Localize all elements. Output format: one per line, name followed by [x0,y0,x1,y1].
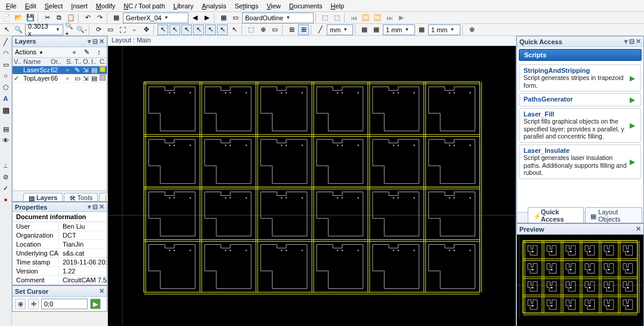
minimize-icon[interactable]: ⊟ [629,38,634,45]
poly-tool-icon[interactable]: ⬠ [1,82,11,92]
zoom-out-icon[interactable]: 🔍- [76,24,87,35]
property-row[interactable]: Version1.22 [13,267,107,276]
text-tool-icon[interactable]: A [1,94,11,103]
pin-icon[interactable]: ▾ [88,38,91,45]
layer-sel-icon[interactable]: ▫ [65,75,73,82]
layer-order-icon[interactable]: ↕ [94,47,104,57]
minimize-icon[interactable]: ⊟ [92,203,98,211]
play-icon[interactable]: ▶ [630,96,637,104]
play-icon[interactable]: ▶ [630,74,637,82]
layers-columns[interactable]: V..Name Or..S.. T..O.. I..C.. [13,58,107,66]
preview-header[interactable]: Preview ✕ [517,224,643,235]
arc-tool-icon[interactable]: ◠ [1,48,11,58]
layer-sel-icon[interactable]: ▫ [65,66,73,73]
layer-type-icon[interactable]: ✎ [73,66,82,74]
menu-help[interactable]: Help [327,1,348,11]
cursor-5-icon[interactable]: ↖ [205,24,216,35]
visible-icon[interactable] [14,75,19,82]
menu-view[interactable]: View [263,1,284,11]
property-row[interactable]: LocationTianJin [13,240,107,249]
step-prev-icon[interactable]: ⏪ [360,13,371,23]
layer-type-icon[interactable]: ▭ [73,75,82,82]
property-row[interactable]: CommentCircuitCAM 7.5.2... [13,276,107,285]
cursor-1-icon[interactable]: ↖ [157,24,168,35]
ruler-icon[interactable]: ⟂ [1,161,11,170]
target-icon[interactable]: ⊕ [466,24,477,35]
menu-select[interactable]: Select [41,1,67,11]
cursor-6-icon[interactable]: ↖ [217,24,228,35]
menu-modify[interactable]: Modify [92,1,119,11]
close-icon[interactable]: ✕ [636,38,641,45]
record-icon[interactable]: ● [1,195,11,204]
script-link[interactable]: Laser_Fill [524,110,627,118]
play-icon[interactable]: ▶ [630,158,637,166]
nav-next-icon[interactable]: ▶ [202,13,212,23]
sel-rect-icon[interactable]: ▭ [270,24,280,35]
menu-settings[interactable]: Settings [231,1,262,11]
property-row[interactable]: UserBen Liu [13,222,107,231]
property-row[interactable]: OrganizationDCT [13,231,107,240]
undo-icon[interactable]: ↶ [82,13,93,23]
zoom-combo[interactable]: 0.3013 x ▼ [25,24,63,35]
pin-icon[interactable]: ▾ [624,38,628,45]
step-next-icon[interactable]: ⏩ [372,13,383,23]
menu-file[interactable]: File [2,1,20,11]
eye-icon[interactable]: 👁 [1,136,11,145]
menu-edit[interactable]: Edit [21,1,40,11]
zoom-in-icon[interactable]: 🔍+ [64,24,75,35]
step-last-icon[interactable]: ⏭ [384,13,395,23]
snap-icon[interactable]: ⊞ [286,24,297,35]
play-icon[interactable]: ▶ [630,121,637,130]
zoom-fit-icon[interactable]: ⛶ [117,24,128,35]
ok-tool-icon[interactable]: ✓ [1,183,11,193]
zoom-box-icon[interactable]: ▫ [129,24,140,35]
menu-documents[interactable]: Documents [286,1,326,11]
menu-analysis[interactable]: Analysis [198,1,230,11]
script-item[interactable]: StripingAndStrippingScript generates str… [519,64,641,91]
close-icon[interactable]: ✕ [636,225,641,233]
grid-a-combo[interactable]: 1 mm ▼ [383,24,415,35]
layer-set-icon[interactable]: ▤ [1,124,11,134]
visible-icon[interactable] [14,66,19,73]
properties-panel-header[interactable]: Properties ▾ ⊟ ✕ [13,202,107,212]
grid-b-icon[interactable]: ▦ [416,24,427,35]
tab-tools[interactable]: 🛠Tools [64,193,98,201]
property-row[interactable]: Time stamp2019-11-06 20:0... [13,258,107,267]
menu-nc[interactable]: NC / Tool path [120,1,169,11]
tab-layers[interactable]: ▤Layers [23,193,63,201]
layers-actions-menu[interactable]: Actions▼ [15,48,44,56]
cursor-go-icon[interactable]: ▶ [90,299,101,309]
script-link[interactable]: Laser_Insulate [524,147,627,154]
new-icon[interactable]: 📄 [1,13,12,23]
script-link[interactable]: StripingAndStripping [524,67,627,74]
layout-viewport[interactable] [108,46,516,326]
cursor-4-icon[interactable]: ↖ [193,24,204,35]
layer-swatch[interactable] [100,75,106,81]
tab-quick-access[interactable]: ⚡Quick Access [528,207,584,223]
step-first-icon[interactable]: ⏮ [348,13,359,23]
set-cursor-header[interactable]: Set Cursor ✕ [13,286,107,297]
unit-combo[interactable]: mm ▼ [327,24,353,35]
refresh-icon[interactable]: ⟳ [93,24,104,35]
paste-icon[interactable]: 📋 [66,13,76,23]
menu-insert[interactable]: Insert [67,1,91,11]
layer-add-icon[interactable]: ＋ [69,47,79,57]
tool-b-icon[interactable]: ⬚ [332,13,342,23]
layer-ins-icon[interactable]: ▤ [90,66,98,74]
sel-add-icon[interactable]: ⊕ [258,24,268,35]
quick-access-header[interactable]: Quick Access ▾ ⊟ ✕ [517,36,643,47]
copy-icon[interactable]: ⧉ [54,13,64,23]
rect-icon[interactable]: ▭ [230,13,241,23]
circle-tool-icon[interactable]: ○ [1,71,11,81]
cursor-tool-icon[interactable]: ⊘ [1,172,11,182]
play-icon[interactable]: ▶ [396,13,407,23]
nav-prev-icon[interactable]: ◀ [190,13,200,23]
close-icon[interactable]: ✕ [99,38,104,45]
cut-icon[interactable]: ✂ [42,13,52,23]
line-tool-icon[interactable]: ╱ [1,37,11,47]
close-icon[interactable]: ✕ [99,287,104,295]
layer-out-icon[interactable]: ⇲ [82,66,90,74]
cursor-abs-icon[interactable]: ⊕ [15,299,26,309]
cursor-7-icon[interactable]: ↖ [229,24,240,35]
layer-row[interactable]: LaserScanner 62 ▫ ✎ ⇲ ▤ [13,66,107,75]
